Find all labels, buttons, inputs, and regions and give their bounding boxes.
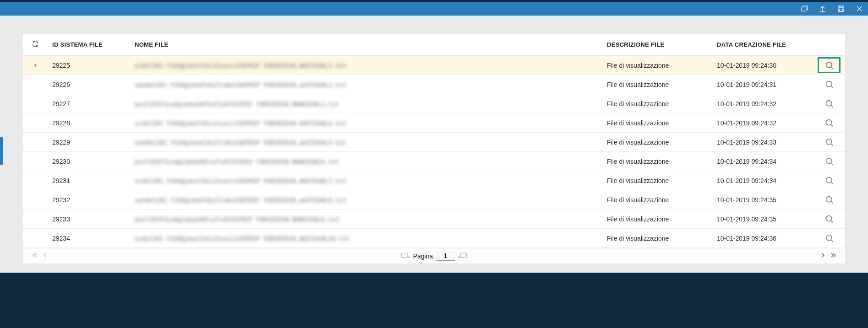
cell-nome: posl201F1Lodgiemun04ls2luGlO1FRIF FORIOI…	[130, 210, 602, 229]
table-row[interactable]: 29232sandal201 F1Odgimvmlds2ltabiCAOFRIF…	[23, 190, 845, 210]
cell-nome: sandal201 F1Odgimvmlds2ltabiCAOFRIF FORI…	[130, 190, 602, 210]
table-row[interactable]: 29231scdul201 F1Odgimvnl4iL3iusic22OFRIF…	[23, 171, 845, 190]
save-icon[interactable]	[836, 4, 846, 14]
svg-point-16	[826, 139, 831, 145]
cell-date: 10-01-2019 09:24:34	[712, 171, 813, 190]
cell-nome: posl201F1Lodgiemun04ls2luGlO1FRIF FORIOI…	[130, 94, 602, 113]
cell-desc: File di visualizzazione	[602, 75, 712, 94]
svg-rect-30	[460, 253, 466, 257]
svg-rect-5	[839, 9, 843, 11]
cell-nome: scdul201 F1Odgimvnl4iL3iusic22OFRIF FORI…	[130, 171, 602, 190]
cell-date: 10-01-2019 09:24:30	[712, 56, 813, 75]
cell-id: 29225	[48, 56, 130, 75]
cell-nome: sandal201 F1Odgimvmlds2ltabiCAOFRIF FORI…	[130, 75, 602, 94]
svg-line-27	[831, 240, 833, 242]
cell-date: 10-01-2019 09:24:34	[712, 152, 813, 171]
cell-nome: scdul201 F1Odgimvnl4iL3iusic22OFRIF FORI…	[130, 113, 602, 133]
page-label: Pagina	[413, 253, 433, 260]
svg-point-29	[408, 256, 409, 258]
cell-id: 29231	[48, 171, 130, 190]
svg-point-24	[826, 216, 831, 221]
prev-page-icon	[41, 252, 49, 260]
view-file-icon[interactable]	[818, 57, 841, 73]
refresh-header[interactable]	[23, 34, 48, 56]
svg-rect-28	[401, 253, 407, 257]
svg-line-13	[831, 105, 833, 107]
restore-window-icon[interactable]	[799, 4, 809, 14]
cell-nome: sandal201 F1Odgimvmlds2ltabiCAOFRIF FORI…	[130, 133, 602, 152]
cell-id: 29228	[48, 113, 130, 133]
cell-id: 29233	[48, 210, 130, 229]
cell-date: 10-01-2019 09:24:36	[712, 229, 813, 248]
view-file-icon[interactable]	[818, 99, 841, 108]
cell-date: 10-01-2019 09:24:32	[712, 94, 813, 113]
cell-id: 29226	[48, 75, 130, 94]
view-file-icon[interactable]	[818, 195, 841, 204]
svg-point-10	[826, 81, 831, 87]
svg-line-25	[831, 220, 833, 222]
col-header-date[interactable]: DATA CREAZIONE FILE	[712, 34, 813, 56]
table-row[interactable]: 29227posl201F1Lodgiemun04ls2luGlO1FRIF F…	[23, 94, 845, 113]
col-header-id[interactable]: ID SISTEMA FILE	[48, 34, 130, 56]
view-file-icon[interactable]	[818, 137, 841, 147]
page-size-decrease-icon[interactable]	[401, 252, 410, 260]
page-input[interactable]	[436, 251, 455, 261]
close-icon[interactable]	[854, 4, 864, 14]
table-row[interactable]: 29226sandal201 F1Odgimvmlds2ltabiCAOFRIF…	[23, 75, 845, 94]
upload-icon[interactable]	[818, 4, 828, 14]
svg-line-9	[831, 67, 833, 69]
cell-date: 10-01-2019 09:24:33	[712, 133, 813, 152]
cell-desc: File di visualizzazione	[602, 152, 712, 171]
table-row[interactable]: 29234scdul201 F1Odgimvnl4iL3iusic22OFRIF…	[23, 229, 845, 248]
left-edge-accent	[0, 137, 3, 165]
cell-nome: posl201F1Lodgiemun04ls2luGlO1FRIF FORIOI…	[130, 152, 602, 171]
view-file-icon[interactable]	[818, 176, 841, 185]
cell-id: 29234	[48, 229, 130, 248]
last-page-icon[interactable]	[830, 252, 837, 260]
svg-point-26	[826, 235, 831, 241]
view-file-icon[interactable]	[818, 156, 841, 166]
cell-desc: File di visualizzazione	[602, 190, 712, 210]
svg-point-20	[826, 177, 831, 183]
cell-date: 10-01-2019 09:24:35	[712, 210, 813, 229]
content-panel: ID SISTEMA FILE NOME FILE DESCRIZIONE FI…	[0, 16, 868, 273]
col-header-action	[813, 34, 845, 56]
page-size-increase-icon[interactable]	[458, 252, 467, 260]
svg-line-23	[831, 201, 833, 203]
file-table: ID SISTEMA FILE NOME FILE DESCRIZIONE FI…	[23, 34, 845, 263]
table-row[interactable]: 29229sandal201 F1Odgimvmlds2ltabiCAOFRIF…	[23, 133, 845, 152]
view-file-icon[interactable]	[818, 214, 841, 224]
table-row[interactable]: 29228scdul201 F1Odgimvnl4iL3iusic22OFRIF…	[23, 113, 845, 133]
expand-row-icon[interactable]	[27, 62, 43, 69]
col-header-nome[interactable]: NOME FILE	[130, 34, 602, 56]
pager: Pagina	[23, 248, 845, 263]
svg-line-17	[831, 144, 833, 145]
svg-point-12	[826, 101, 831, 106]
svg-rect-0	[802, 7, 806, 11]
svg-point-14	[826, 120, 831, 125]
next-page-icon[interactable]	[819, 252, 827, 260]
view-file-icon[interactable]	[818, 80, 841, 89]
cell-desc: File di visualizzazione	[602, 133, 712, 152]
svg-point-18	[826, 158, 831, 164]
svg-line-15	[831, 124, 833, 126]
svg-point-8	[826, 62, 831, 68]
cell-desc: File di visualizzazione	[602, 56, 712, 75]
svg-rect-4	[840, 6, 842, 8]
cell-desc: File di visualizzazione	[602, 229, 712, 248]
view-file-icon[interactable]	[818, 118, 841, 128]
table-row[interactable]: 29230posl201F1Lodgiemun04ls2luGlO1FRIF F…	[23, 152, 845, 171]
cell-date: 10-01-2019 09:24:31	[712, 75, 813, 94]
table-row[interactable]: 29225scdul201 F1Odgimvnl4iL3iusic22OFRIF…	[23, 56, 845, 75]
view-file-icon[interactable]	[818, 233, 841, 243]
cell-desc: File di visualizzazione	[602, 171, 712, 190]
svg-line-11	[831, 86, 833, 88]
cell-id: 29229	[48, 133, 130, 152]
cell-desc: File di visualizzazione	[602, 210, 712, 229]
table-row[interactable]: 29233posl201F1Lodgiemun04ls2luGlO1FRIF F…	[23, 210, 845, 229]
svg-point-31	[459, 256, 460, 258]
cell-desc: File di visualizzazione	[602, 94, 712, 113]
cell-nome: scdul201 F1Odgimvnl4iL3iusic22OFRIF FORI…	[130, 229, 602, 248]
col-header-desc[interactable]: DESCRIZIONE FILE	[602, 34, 712, 56]
first-page-icon	[31, 252, 38, 260]
